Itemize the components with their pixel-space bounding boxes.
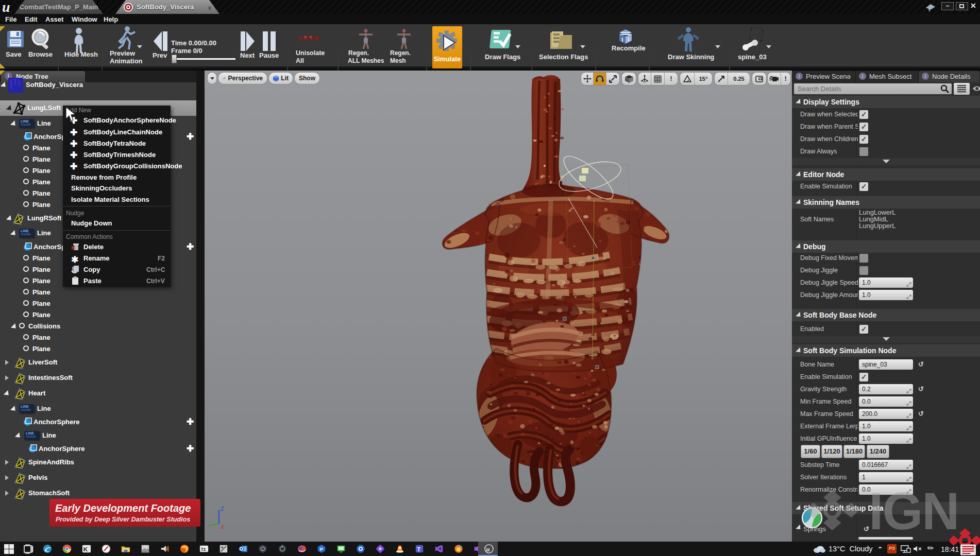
svg-text:Z: Z	[221, 506, 224, 512]
svg-text:7z: 7z	[201, 547, 206, 552]
svg-text:K: K	[83, 546, 88, 552]
svg-text:u: u	[2, 0, 10, 14]
svg-text:P: P	[319, 546, 323, 552]
svg-text:u: u	[486, 546, 490, 553]
svg-text:X: X	[221, 524, 225, 530]
svg-text:T: T	[417, 546, 421, 552]
svg-text:IGN: IGN	[869, 485, 958, 534]
